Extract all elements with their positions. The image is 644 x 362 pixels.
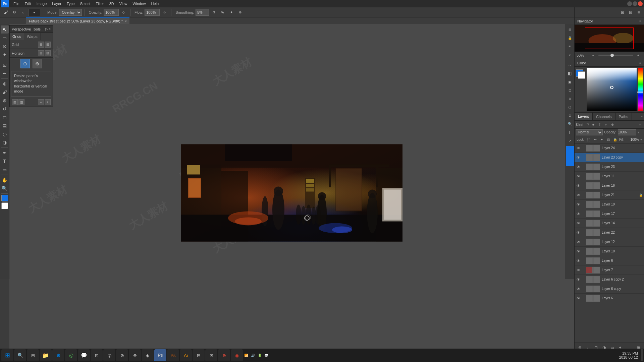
menu-help[interactable]: Help: [149, 1, 162, 6]
filter-pixel-icon[interactable]: ⬚: [584, 122, 590, 127]
blend-mode-select[interactable]: Overlay Normal Multiply: [59, 9, 82, 16]
right-tool-7[interactable]: ⊙: [566, 111, 574, 119]
persp-tool-1[interactable]: ⊙: [20, 59, 30, 68]
color-options-icon[interactable]: ≡: [639, 61, 641, 65]
search-button[interactable]: 🔍: [14, 349, 26, 361]
menu-filter[interactable]: Filter: [93, 1, 106, 6]
tray-volume[interactable]: 🔊: [250, 353, 256, 358]
persp-tool-2[interactable]: ⊛: [33, 59, 42, 68]
lock-artboard-icon[interactable]: ⊡: [606, 137, 611, 142]
eyedropper-tool[interactable]: ✒: [1, 69, 9, 77]
task-view-button[interactable]: ⊟: [27, 349, 39, 361]
eye-icon[interactable]: 👁: [576, 202, 581, 206]
layer-row[interactable]: 👁 Layer 21 🔒: [575, 190, 644, 200]
persp-grids-tab[interactable]: Grids: [10, 33, 24, 40]
tab-layers[interactable]: Layers: [575, 113, 593, 120]
panel-options-icon[interactable]: ≡: [566, 42, 574, 50]
layer-row[interactable]: 👁 Layer 6 copy: [575, 284, 644, 294]
history-brush[interactable]: ↺: [1, 105, 9, 113]
brush-tool[interactable]: 🖌: [1, 88, 9, 96]
eye-icon[interactable]: 👁: [576, 165, 581, 169]
wechat-button[interactable]: 💬: [78, 349, 90, 361]
eye-icon[interactable]: 👁: [576, 231, 581, 235]
zoom-in-icon[interactable]: +: [635, 52, 642, 59]
layer-row[interactable]: 👁 Layer 11: [575, 172, 644, 181]
layer-row[interactable]: 👁 Layer 23 copy: [575, 153, 644, 162]
menu-3d[interactable]: 3D: [107, 1, 117, 6]
zoom-tool[interactable]: 🔍: [1, 184, 9, 192]
perspective-tools-header[interactable]: Perspective Tools... ▷ ×: [10, 25, 53, 33]
tray-msg[interactable]: 💬: [264, 353, 269, 358]
chrome-button[interactable]: ◎: [65, 349, 77, 361]
app-4[interactable]: ⊕: [129, 349, 141, 361]
blue-panel-indicator[interactable]: [566, 146, 574, 166]
right-tool-4[interactable]: ⊡: [566, 86, 574, 94]
app-ps2[interactable]: Ps: [167, 349, 179, 361]
panel-dock-icon[interactable]: ⊞: [619, 9, 626, 16]
eye-icon[interactable]: 👁: [576, 240, 581, 244]
lock-icon[interactable]: 🔒: [566, 34, 574, 42]
mode-btn-2[interactable]: ▥: [18, 99, 24, 105]
foreground-color[interactable]: [1, 195, 8, 201]
background-color[interactable]: [1, 202, 8, 209]
eye-icon[interactable]: 👁: [576, 174, 581, 178]
pressure-icon[interactable]: ✦: [228, 9, 235, 16]
blur-tool[interactable]: ◌: [1, 130, 9, 138]
layer-row[interactable]: 👁 Layer 17: [575, 209, 644, 219]
color-panel-header[interactable]: Color ≡: [575, 59, 644, 67]
flow-icon[interactable]: ⊹: [161, 9, 168, 16]
layer-row[interactable]: 👁 Layer 10: [575, 247, 644, 256]
layers-opacity-input[interactable]: [618, 129, 636, 135]
persp-expand-icon[interactable]: ▷: [45, 27, 48, 31]
hue-slider[interactable]: [638, 68, 643, 111]
text-tool[interactable]: T: [1, 157, 9, 165]
right-tool-1[interactable]: ↔: [566, 61, 574, 69]
layer-row[interactable]: 👁 Layer 6: [575, 294, 644, 303]
eraser-tool[interactable]: ◻: [1, 113, 9, 121]
brush-tool-icon[interactable]: 🖌: [2, 9, 9, 16]
layer-row[interactable]: 👁 Layer 22: [575, 228, 644, 237]
app-1[interactable]: ⊡: [91, 349, 103, 361]
persp-horizon-btn2[interactable]: ⊟: [45, 50, 51, 56]
navigator-header[interactable]: Navigator ≡: [575, 17, 644, 25]
start-button[interactable]: ⊞: [1, 349, 13, 361]
menu-window[interactable]: Window: [130, 1, 148, 6]
marquee-tool[interactable]: ▭: [1, 34, 9, 42]
app-5[interactable]: ◈: [142, 349, 154, 361]
right-tool-8[interactable]: 🔍: [566, 120, 574, 128]
eye-icon[interactable]: 👁: [576, 184, 581, 188]
tab-channels[interactable]: Channels: [593, 113, 615, 120]
eye-icon[interactable]: 👁: [576, 278, 581, 282]
document-tab[interactable]: Future back street.psd @ 50% (Layer 23 c…: [26, 17, 129, 24]
arrange-icon[interactable]: ⊞: [566, 25, 574, 34]
lock-draw-icon[interactable]: ✒: [593, 137, 598, 142]
extra-settings-icon[interactable]: ⊕: [236, 9, 244, 16]
lock-pixels-icon[interactable]: ⬚: [586, 137, 591, 142]
close-button[interactable]: ×: [638, 1, 643, 6]
app-8[interactable]: ⊕: [218, 349, 230, 361]
layers-menu-icon[interactable]: ≡: [641, 115, 643, 118]
eye-icon[interactable]: 👁: [576, 296, 581, 300]
menu-select[interactable]: Select: [77, 1, 93, 6]
layer-row[interactable]: 👁 Layer 16: [575, 181, 644, 190]
quick-select-tool[interactable]: ✦: [1, 51, 9, 59]
filter-smart-icon[interactable]: ⊛: [610, 122, 615, 127]
eye-icon[interactable]: 👁: [576, 156, 581, 160]
right-tool-5[interactable]: ⊕: [566, 95, 574, 103]
layer-row[interactable]: 👁 Layer 19: [575, 200, 644, 209]
photoshop-taskbar[interactable]: Ps: [154, 349, 166, 361]
persp-close-icon[interactable]: ×: [49, 27, 51, 31]
dodge-tool[interactable]: ◑: [1, 138, 9, 146]
right-tool-3[interactable]: ▣: [566, 78, 574, 86]
collapse-icon[interactable]: ◁: [566, 51, 574, 59]
layer-row[interactable]: 👁 Layer 7: [575, 265, 644, 275]
opacity-dropdown-arrow[interactable]: ▾: [638, 130, 639, 134]
background-swatch[interactable]: [578, 71, 585, 79]
app-9[interactable]: ◉: [231, 349, 243, 361]
menu-type[interactable]: Type: [64, 1, 77, 6]
menu-image[interactable]: Image: [34, 1, 50, 6]
healing-tool[interactable]: ⊕: [1, 80, 9, 88]
airbrush-icon[interactable]: ∿: [219, 9, 226, 16]
crop-tool[interactable]: ⊡: [1, 61, 9, 69]
eye-icon[interactable]: 👁: [576, 193, 581, 197]
